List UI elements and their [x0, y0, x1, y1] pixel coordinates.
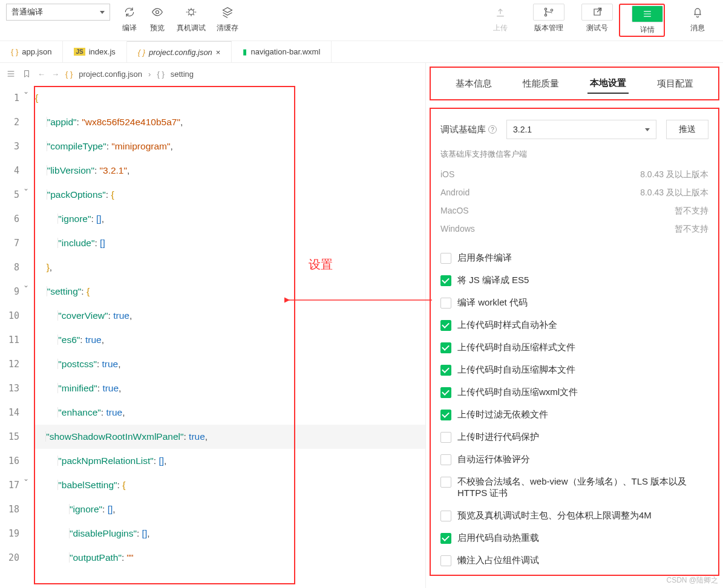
details-tabs: 基本信息 性能质量 本地设置 项目配置: [430, 67, 719, 100]
setting-checkbox-row[interactable]: 上传时进行代码保护: [440, 426, 708, 448]
checkbox-label: 编译 worklet 代码: [457, 297, 528, 309]
menu-icon: [641, 8, 653, 20]
version-button[interactable]: 版本管理: [533, 4, 564, 33]
remote-debug-button[interactable]: 真机调试: [177, 4, 206, 33]
tab-project-config[interactable]: 项目配置: [655, 74, 696, 93]
checkbox-label: 上传代码时自动压缩脚本文件: [457, 364, 575, 376]
code-content: { "appid": "wx8c56f524e410b5a7", "compil…: [33, 85, 425, 588]
chevron-down-icon: [645, 128, 650, 131]
checkbox-label: 启用代码自动热重载: [457, 532, 539, 544]
checkbox-icon[interactable]: [440, 511, 451, 521]
tab-app-json[interactable]: { }app.json: [0, 41, 63, 62]
push-button[interactable]: 推送: [666, 120, 708, 139]
support-note: 该基础库支持微信客户端: [440, 149, 708, 160]
setting-checkbox-row[interactable]: 启用条件编译: [440, 247, 708, 269]
lib-version-select[interactable]: 3.2.1: [506, 120, 656, 139]
setting-checkbox-row[interactable]: 懒注入占位组件调试: [440, 549, 708, 572]
eye-icon: [151, 6, 163, 18]
platform-row: Android8.0.43 及以上版本: [440, 184, 708, 202]
checkbox-icon[interactable]: [440, 365, 451, 376]
annotation-label: 设置: [309, 256, 333, 273]
checkbox-label: 上传代码时自动压缩样式文件: [457, 342, 575, 353]
setting-checkbox-row[interactable]: 上传代码时自动压缩样式文件: [440, 336, 708, 359]
setting-checkbox-row[interactable]: 启用代码自动热重载: [440, 527, 708, 549]
fold-gutter[interactable]: ⌄ ⌄ ⌄ ⌄: [23, 85, 33, 588]
checkbox-label: 上传代码时样式自动补全: [457, 319, 557, 331]
svg-point-4: [551, 9, 552, 11]
clear-cache-button[interactable]: 清缓存: [217, 4, 238, 33]
svg-point-1: [189, 10, 194, 15]
platform-row: MacOS暂不支持: [440, 202, 708, 220]
checkbox-label: 启用条件编译: [457, 252, 512, 264]
breadcrumb: ←→ { } project.config.json › { } setting: [0, 63, 425, 85]
svg-point-3: [545, 14, 546, 16]
compile-mode-label: 普通编译: [11, 7, 43, 18]
checkbox-label: 不校验合法域名、web-view（业务域名）、TLS 版本以及 HTTPS 证书: [457, 476, 708, 499]
compile-button[interactable]: 编译: [121, 4, 138, 33]
details-button[interactable]: 详情: [632, 5, 663, 35]
bug-icon: [185, 6, 197, 18]
checkbox-icon[interactable]: [440, 387, 451, 398]
setting-checkbox-row[interactable]: 上传代码时自动压缩wxml文件: [440, 381, 708, 403]
checkbox-label: 上传时过滤无依赖文件: [457, 409, 548, 420]
compile-mode-select[interactable]: 普通编译: [6, 4, 110, 21]
setting-checkbox-row[interactable]: 不校验合法域名、web-view（业务域名）、TLS 版本以及 HTTPS 证书: [440, 471, 708, 505]
checkbox-icon[interactable]: [440, 275, 451, 286]
chevron-down-icon: [100, 11, 105, 14]
checkbox-icon[interactable]: [440, 477, 451, 488]
setting-checkbox-row[interactable]: 编译 worklet 代码: [440, 292, 708, 314]
checkbox-label: 上传时进行代码保护: [457, 431, 539, 443]
code-editor[interactable]: 1234567891011121314151617181920 ⌄ ⌄ ⌄ ⌄ …: [0, 85, 425, 588]
checkbox-icon[interactable]: [440, 432, 451, 443]
messages-button[interactable]: 消息: [682, 4, 713, 33]
close-icon[interactable]: ×: [216, 48, 221, 57]
setting-checkbox-row[interactable]: 上传代码时自动压缩脚本文件: [440, 359, 708, 381]
setting-checkbox-row[interactable]: 上传时过滤无依赖文件: [440, 403, 708, 426]
refresh-icon: [123, 6, 136, 18]
checkbox-label: 将 JS 编译成 ES5: [457, 275, 529, 286]
tab-basic-info[interactable]: 基本信息: [453, 74, 494, 93]
upload-icon: [494, 6, 506, 18]
checkbox-icon[interactable]: [440, 410, 451, 420]
tab-navigation-bar[interactable]: ▮navigation-bar.wxml: [232, 41, 332, 62]
platform-row: iOS8.0.43 及以上版本: [440, 166, 708, 184]
debug-lib-label: 调试基础库 ?: [440, 124, 497, 136]
setting-checkbox-row[interactable]: 上传代码时样式自动补全: [440, 314, 708, 336]
external-icon: [591, 6, 603, 18]
layers-icon: [221, 6, 234, 18]
bell-icon: [692, 6, 704, 18]
test-number-button[interactable]: 测试号: [581, 4, 613, 33]
checkbox-label: 预览及真机调试时主包、分包体积上限调整为4M: [457, 510, 652, 521]
checkbox-icon[interactable]: [440, 253, 451, 264]
setting-checkbox-row[interactable]: 自动运行体验评分: [440, 448, 708, 471]
preview-button[interactable]: 预览: [149, 4, 166, 33]
checkbox-label: 懒注入占位组件调试: [457, 555, 539, 566]
setting-checkbox-row[interactable]: 将 JS 编译成 ES5: [440, 269, 708, 292]
svg-point-0: [156, 11, 159, 14]
bookmark-icon[interactable]: [22, 69, 31, 79]
checkbox-label: 上传代码时自动压缩wxml文件: [457, 387, 578, 398]
checkbox-icon[interactable]: [440, 533, 451, 544]
checkbox-icon[interactable]: [440, 298, 451, 309]
setting-checkbox-row[interactable]: 预览及真机调试时主包、分包体积上限调整为4M: [440, 505, 708, 527]
platform-row: Windows暂不支持: [440, 220, 708, 238]
tab-performance[interactable]: 性能质量: [520, 74, 561, 93]
tab-index-js[interactable]: JSindex.js: [63, 41, 126, 62]
line-numbers: 1234567891011121314151617181920: [0, 85, 23, 588]
tab-project-config[interactable]: { }project.config.json×: [127, 41, 232, 62]
svg-point-2: [545, 8, 546, 10]
upload-button: 上传: [485, 4, 516, 33]
help-icon[interactable]: ?: [488, 125, 497, 134]
watermark: CSDN @陆卿之: [666, 575, 718, 586]
checkbox-icon[interactable]: [440, 342, 451, 353]
branch-icon: [543, 6, 555, 18]
checkbox-icon[interactable]: [440, 454, 451, 465]
file-tabs: { }app.json JSindex.js { }project.config…: [0, 41, 723, 63]
list-icon[interactable]: [6, 69, 16, 79]
checkbox-label: 自动运行体验评分: [457, 454, 530, 465]
checkbox-icon[interactable]: [440, 555, 451, 566]
tab-local-settings[interactable]: 本地设置: [587, 74, 629, 94]
checkbox-icon[interactable]: [440, 320, 451, 331]
